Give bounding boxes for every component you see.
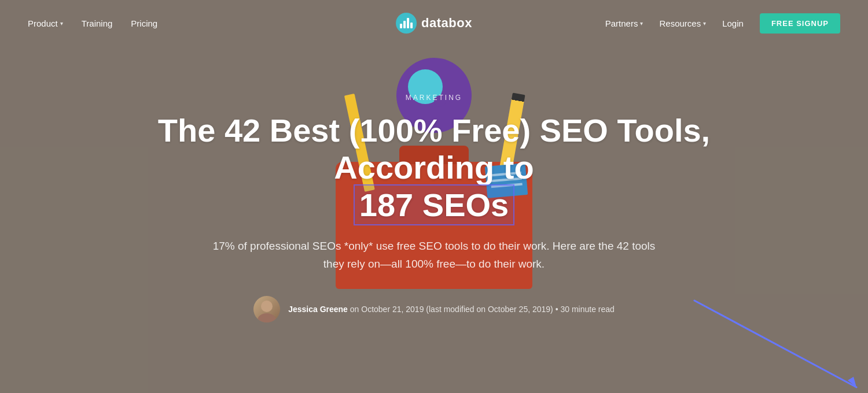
avatar [253, 296, 280, 322]
title-highlight: 187 SEOs [354, 184, 514, 225]
chevron-down-icon: ▾ [640, 20, 643, 27]
category-label: MARKETING [406, 94, 462, 102]
main-content: MARKETING The 42 Best (100% Free) SEO To… [0, 0, 868, 393]
svg-point-1 [258, 313, 276, 322]
signup-button[interactable]: FREE SIGNUP [760, 13, 840, 34]
bar1 [400, 24, 402, 28]
svg-point-0 [261, 301, 273, 312]
author-meta: on October 21, 2019 (last modified on Oc… [350, 305, 615, 314]
chevron-down-icon: ▾ [60, 20, 63, 27]
author-name: Jessica Greene [288, 305, 348, 314]
bar3 [407, 18, 409, 28]
logo-icon [396, 13, 417, 34]
author-info: Jessica Greene on October 21, 2019 (last… [288, 305, 615, 314]
logo[interactable]: databox [396, 13, 472, 34]
nav-left: Product ▾ Training Pricing [28, 18, 157, 28]
chevron-down-icon: ▾ [703, 20, 706, 27]
nav-right: Partners ▾ Resources ▾ Login FREE SIGNUP [605, 13, 840, 34]
nav-pricing[interactable]: Pricing [131, 18, 157, 28]
nav-partners[interactable]: Partners ▾ [605, 18, 643, 28]
nav-training[interactable]: Training [82, 18, 113, 28]
avatar-face [253, 296, 280, 322]
bar4 [410, 23, 413, 28]
subtitle: 17% of professional SEOs *only* use free… [208, 238, 660, 273]
nav-product[interactable]: Product ▾ [28, 18, 63, 28]
main-title: The 42 Best (100% Free) SEO Tools, Accor… [116, 112, 752, 224]
avatar-svg [253, 296, 280, 322]
nav-login[interactable]: Login [722, 18, 744, 28]
logo-text: databox [421, 16, 472, 31]
nav-resources[interactable]: Resources ▾ [659, 18, 706, 28]
bar2 [403, 21, 406, 28]
navbar: Product ▾ Training Pricing databox Partn… [0, 0, 868, 46]
logo-bars [400, 18, 413, 28]
author-row: Jessica Greene on October 21, 2019 (last… [253, 296, 615, 322]
